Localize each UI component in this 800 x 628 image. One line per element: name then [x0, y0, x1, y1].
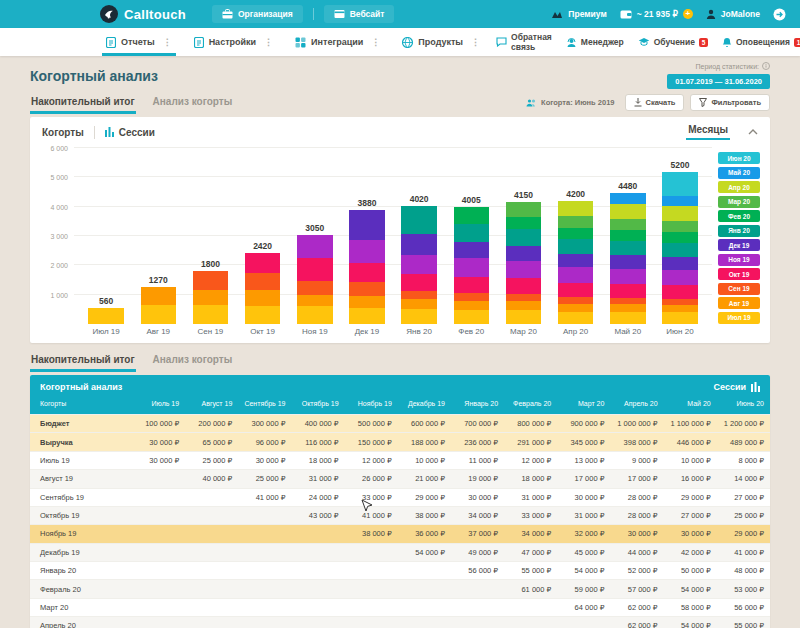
legend-item-Июл 19[interactable]: Июл 19 [718, 312, 760, 324]
bar-segment-Май 20[interactable] [662, 196, 697, 207]
user-item[interactable]: JoMalone [706, 9, 760, 19]
bar-segment-Июл 19[interactable] [401, 309, 436, 324]
brand[interactable]: Calltouch [100, 5, 186, 23]
bar-segment-Ноя 19[interactable] [349, 240, 384, 263]
bar-segment-Апр 20[interactable] [558, 201, 593, 217]
kebab-menu-icon[interactable]: ⋮ [371, 37, 380, 47]
bar-segment-Сен 19[interactable] [506, 294, 541, 301]
table-row-Февраль 20[interactable]: Февраль 2061 000 ₽59 000 ₽57 000 ₽54 000… [30, 580, 770, 598]
bar-segment-Июл 19[interactable] [454, 310, 489, 324]
bar-segment-Сен 19[interactable] [349, 282, 384, 296]
tab-cumulative-total-2[interactable]: Накопительный итог [30, 349, 136, 372]
bar-segment-Апр 20[interactable] [610, 204, 645, 219]
legend-item-Окт 19[interactable]: Окт 19 [718, 268, 760, 280]
bar-segment-Окт 19[interactable] [245, 253, 280, 273]
bar-column-Апр 20[interactable]: 4200 [550, 148, 602, 324]
bar-column-Фев 20[interactable]: 4005 [445, 148, 497, 324]
bar-segment-Янв 20[interactable] [610, 241, 645, 255]
bar-segment-Окт 19[interactable] [610, 284, 645, 298]
bar-segment-Окт 19[interactable] [454, 277, 489, 293]
manager-item[interactable]: Менеджер [566, 37, 624, 48]
legend-item-Мар 20[interactable]: Мар 20 [718, 196, 760, 208]
bar-segment-Мар 20[interactable] [610, 219, 645, 230]
bar-segment-Дек 19[interactable] [349, 210, 384, 239]
bar-segment-Янв 20[interactable] [662, 243, 697, 257]
bar-segment-Мар 20[interactable] [662, 221, 697, 232]
training-item[interactable]: Обучение 5 [638, 37, 708, 47]
nav-item-integrations[interactable]: Интеграции ⋮ [289, 28, 386, 56]
bar-segment-Янв 20[interactable] [506, 229, 541, 245]
legend-item-Июн 20[interactable]: Июн 20 [718, 152, 760, 164]
bar-segment-Авг 19[interactable] [193, 290, 228, 305]
bar-segment-Дек 19[interactable] [454, 242, 489, 258]
table-sessions-toggle[interactable]: Сессии [714, 382, 760, 392]
legend-item-Ноя 19[interactable]: Ноя 19 [718, 254, 760, 266]
bar-column-Окт 19[interactable]: 2420 [237, 148, 289, 324]
bar-segment-Авг 19[interactable] [506, 301, 541, 310]
chart-mode-cohorts[interactable]: Когорты [42, 127, 84, 138]
chart-mode-sessions[interactable]: Сессии [105, 127, 155, 138]
bar-segment-Авг 19[interactable] [662, 305, 697, 312]
bar-segment-Сен 19[interactable] [558, 297, 593, 304]
bar-segment-Ноя 19[interactable] [506, 261, 541, 278]
bar-segment-Дек 19[interactable] [558, 254, 593, 267]
bar-segment-Авг 19[interactable] [610, 304, 645, 312]
cohort-chip[interactable]: Когорта: Июнь 2019 [526, 98, 614, 107]
bar-segment-Дек 19[interactable] [401, 234, 436, 255]
bar-segment-Ноя 19[interactable] [610, 269, 645, 284]
logout-icon[interactable] [773, 8, 786, 21]
legend-item-Янв 20[interactable]: Янв 20 [718, 225, 760, 237]
tab-cohort-analysis[interactable]: Анализ когорты [152, 91, 234, 114]
premium-item[interactable]: Премиум [551, 9, 606, 19]
bar-column-Июн 20[interactable]: 5200 [654, 148, 706, 324]
organization-button[interactable]: Организация [212, 5, 303, 23]
legend-item-Май 20[interactable]: Май 20 [718, 167, 760, 179]
bar-column-Сен 19[interactable]: 1800 [184, 148, 236, 324]
table-row-Декабрь 19[interactable]: Декабрь 1954 000 ₽49 000 ₽47 000 ₽45 000… [30, 543, 770, 561]
nav-item-settings[interactable]: Настройки ⋮ [188, 28, 279, 56]
bar-segment-Авг 19[interactable] [349, 296, 384, 308]
legend-item-Апр 20[interactable]: Апр 20 [718, 181, 760, 193]
table-row-Июль 19[interactable]: Июль 1930 000 ₽25 000 ₽30 000 ₽18 000 ₽1… [30, 451, 770, 469]
bar-column-Янв 20[interactable]: 4020 [393, 148, 445, 324]
bar-segment-Дек 19[interactable] [610, 255, 645, 268]
bar-segment-Фев 20[interactable] [662, 232, 697, 243]
bar-segment-Июл 19[interactable] [610, 312, 645, 324]
table-row-Ноябрь 19[interactable]: Ноябрь 1938 000 ₽36 000 ₽37 000 ₽34 000 … [30, 525, 770, 543]
table-row-Сентябрь 19[interactable]: Сентябрь 1941 000 ₽24 000 ₽33 000 ₽29 00… [30, 488, 770, 506]
nav-item-products[interactable]: Продукты ⋮ [396, 28, 486, 56]
info-icon[interactable] [762, 62, 770, 70]
bar-segment-Апр 20[interactable] [662, 206, 697, 221]
bar-column-Мар 20[interactable]: 4150 [497, 148, 549, 324]
bar-segment-Июл 19[interactable] [141, 305, 176, 324]
table-row-Август 19[interactable]: Август 1940 000 ₽25 000 ₽31 000 ₽26 000 … [30, 470, 770, 488]
bar-segment-Ноя 19[interactable] [401, 255, 436, 274]
kebab-menu-icon[interactable]: ⋮ [471, 37, 480, 47]
bar-column-Май 20[interactable]: 4480 [602, 148, 654, 324]
download-button[interactable]: Скачать [625, 94, 685, 111]
table-row-Выручка[interactable]: Выручка30 000 ₽65 000 ₽96 000 ₽116 000 ₽… [30, 433, 770, 451]
legend-item-Фев 20[interactable]: Фев 20 [718, 210, 760, 222]
bar-segment-Авг 19[interactable] [141, 287, 176, 305]
bar-segment-Сен 19[interactable] [245, 273, 280, 290]
bar-segment-Сен 19[interactable] [193, 271, 228, 290]
bar-segment-Июл 19[interactable] [297, 306, 332, 324]
kebab-menu-icon[interactable]: ⋮ [264, 37, 273, 47]
bar-segment-Июл 19[interactable] [662, 312, 697, 324]
bar-segment-Июл 19[interactable] [193, 305, 228, 324]
website-button[interactable]: Вебсайт [324, 5, 395, 23]
bar-segment-Дек 19[interactable] [662, 257, 697, 270]
bar-segment-Сен 19[interactable] [297, 281, 332, 295]
bar-column-Авг 19[interactable]: 1270 [132, 148, 184, 324]
notifications-item[interactable]: Оповещения 1 [722, 37, 800, 48]
bar-column-Ноя 19[interactable]: 3050 [289, 148, 341, 324]
bar-segment-Дек 19[interactable] [506, 246, 541, 261]
legend-item-Сен 19[interactable]: Сен 19 [718, 283, 760, 295]
table-row-Бюджет[interactable]: Бюджет100 000 ₽200 000 ₽300 000 ₽400 000… [30, 415, 770, 433]
bar-segment-Июл 19[interactable] [558, 312, 593, 324]
table-row-Январь 20[interactable]: Январь 2056 000 ₽55 000 ₽54 000 ₽52 000 … [30, 562, 770, 580]
bar-segment-Июн 20[interactable] [662, 172, 697, 196]
top-up-balance-button[interactable]: + [683, 9, 693, 19]
bar-segment-Окт 19[interactable] [506, 278, 541, 294]
bar-segment-Фев 20[interactable] [558, 228, 593, 239]
